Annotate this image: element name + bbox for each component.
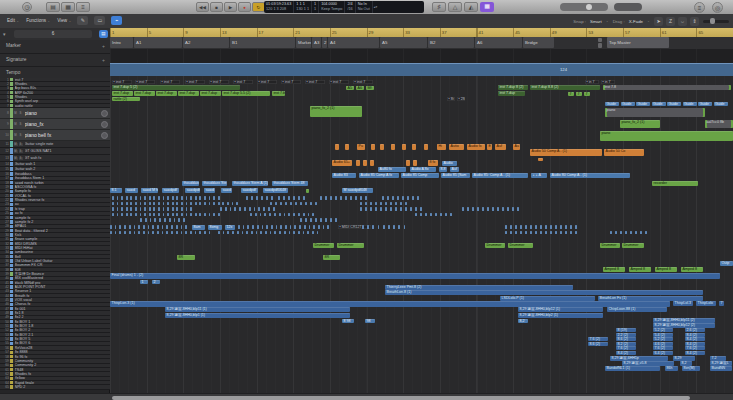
mute-button[interactable]: M <box>14 112 18 116</box>
region[interactable]: 8 98 <box>342 319 354 323</box>
region[interactable]: 12x <box>225 225 235 230</box>
marker-zoom-minus-button[interactable] <box>598 43 602 48</box>
zoom-tool-button[interactable]: Z <box>666 17 675 26</box>
region[interactable]: 8,29 建屋,v5.8 <box>622 361 674 366</box>
menu-view[interactable]: View ⌄ <box>57 16 71 26</box>
region[interactable]: Drummer <box>313 243 334 248</box>
lcd-cell[interactable]: 11 <box>312 1 319 13</box>
mute-button[interactable]: M <box>14 157 18 161</box>
marker-segment[interactable]: 2 <box>322 37 327 48</box>
region[interactable]: A6 <box>356 86 364 90</box>
region[interactable] <box>345 144 349 150</box>
region[interactable]: sawdpdf <box>241 188 258 193</box>
menu-edit[interactable]: Edit ⌄ <box>7 16 19 26</box>
midi-in-button[interactable]: ⌁ <box>111 16 122 25</box>
track-row[interactable]: 11MSGuitar single note <box>0 141 110 148</box>
region[interactable]: BreathLon Fx (1) <box>598 296 703 301</box>
region[interactable] <box>391 144 395 150</box>
region[interactable]: Audio A 8x <box>410 167 436 172</box>
solo-button[interactable]: S <box>19 143 23 147</box>
region[interactable]: Guide <box>636 102 650 107</box>
lcd-cell[interactable]: No InNo Out <box>356 1 373 13</box>
midi-activity-button[interactable]: ▦ <box>480 2 494 12</box>
region[interactable]: Audio 50 Comp A - (1) <box>530 149 602 156</box>
region[interactable]: recorder <box>652 181 698 186</box>
region[interactable]: 8,29 建屋,6HH1p <box>610 356 668 361</box>
region[interactable]: Drummer <box>337 243 364 248</box>
add-icon[interactable]: + <box>102 57 105 63</box>
region[interactable] <box>356 160 360 166</box>
track-row[interactable]: 65NPD 2 <box>0 385 110 389</box>
region[interactable]: Drummer <box>485 243 505 248</box>
region[interactable]: Pu <box>357 144 365 150</box>
region[interactable] <box>363 160 367 166</box>
region[interactable]: BandNN <box>710 366 732 371</box>
marker-segment[interactable]: B1 <box>230 37 295 48</box>
region[interactable]: 7 <box>719 301 724 306</box>
region[interactable]: Audio 65+ <box>332 160 352 166</box>
region[interactable]: Audio fx <box>467 144 485 150</box>
inspector-toggle-button[interactable]: ▦ <box>61 2 75 12</box>
region[interactable]: thouddass Stem A (1) <box>232 181 268 186</box>
region[interactable]: 8,29 建屋.8HH0,blp2 (1) <box>518 313 603 318</box>
volume-knob[interactable] <box>101 121 108 128</box>
rewind-button[interactable]: ◀◀ <box>196 2 209 12</box>
region[interactable]: sawd <box>204 188 215 193</box>
region[interactable]: 8.8 <box>439 167 447 172</box>
region[interactable]: 8.4 (2) <box>616 351 636 355</box>
region[interactable]: ▪ inst 7 <box>185 80 205 84</box>
region[interactable]: sawd M fx <box>141 188 158 193</box>
marker-segment[interactable]: A4 <box>328 37 379 48</box>
region[interactable]: BandofNL1 (1) <box>605 366 660 371</box>
region[interactable]: ThispLol.3 <box>673 301 693 306</box>
region[interactable]: 1 <box>140 280 148 284</box>
region[interactable]: sawd <box>221 188 232 193</box>
region[interactable]: piano_fx_2 (1) <box>620 120 660 128</box>
region[interactable] <box>538 158 543 161</box>
lcd-arrows[interactable]: ▴▾ <box>373 1 379 13</box>
region[interactable]: Outp <box>720 261 733 266</box>
region[interactable] <box>380 144 384 150</box>
solo-button[interactable]: S <box>19 123 23 127</box>
region[interactable]: 8xmg <box>208 225 222 230</box>
region[interactable]: ▪ inst 7 <box>305 80 325 84</box>
region[interactable]: ThierryLeee Pmt.8 (2) <box>385 285 573 290</box>
region[interactable]: ▪ inst 7 <box>112 80 132 84</box>
region[interactable]: ▪ inst 7 <box>353 80 373 84</box>
region[interactable]: sawdpdf0648 <box>263 188 288 193</box>
volume-knob[interactable] <box>101 132 108 139</box>
solo-button[interactable]: S <box>19 150 23 154</box>
marquee-tool-button[interactable]: ▭ <box>94 16 105 25</box>
marker-segment[interactable]: A2 <box>183 37 229 48</box>
region[interactable]: Audio 50 Co <box>604 149 644 156</box>
solo-button[interactable]: S <box>19 157 23 161</box>
track-row[interactable]: 9MSpiano_fx <box>0 119 110 130</box>
pointer-tool-button[interactable]: ➤ <box>654 17 663 26</box>
region[interactable]: 6.4 (2) <box>653 351 673 355</box>
region[interactable]: ThispLolo <box>696 301 716 306</box>
region[interactable]: inst 7.dup <box>178 91 199 96</box>
lcd-cell[interactable]: 104.0000Keep Tempo <box>319 1 345 13</box>
metronome-button[interactable]: ◭ <box>464 2 478 12</box>
region[interactable]: inst 7.dup <box>200 91 221 96</box>
snap-select[interactable]: Smart <box>590 19 602 24</box>
region[interactable]: piano <box>600 131 733 141</box>
region[interactable]: Hi <box>437 144 446 150</box>
region[interactable]: 8,29 建屋.8HH0,blp11 (1) <box>165 307 350 312</box>
region[interactable]: 2.6 (2) <box>685 328 705 332</box>
region[interactable]: Auf <box>450 167 459 172</box>
region[interactable]: sawd <box>125 188 138 193</box>
region[interactable]: Auf <box>495 144 506 150</box>
tempo-curve-band[interactable]: 124 <box>110 63 733 76</box>
region[interactable] <box>402 144 406 150</box>
region[interactable]: ThispLon.3 (1) <box>110 301 670 307</box>
region[interactable] <box>371 144 375 150</box>
region[interactable]: 4.6 (2) <box>653 342 673 346</box>
mute-button[interactable]: M <box>14 150 18 154</box>
region[interactable]: 8am <box>192 225 205 230</box>
lcd-cell[interactable]: 2/4/16 <box>345 1 355 13</box>
lcd-cell[interactable]: 01:03:59:23.63120 1 3 208 <box>264 1 294 13</box>
region[interactable]: inst 7.dup <box>134 91 155 96</box>
region[interactable]: 86h <box>665 366 678 371</box>
marker-segment[interactable]: B2 <box>428 37 474 48</box>
